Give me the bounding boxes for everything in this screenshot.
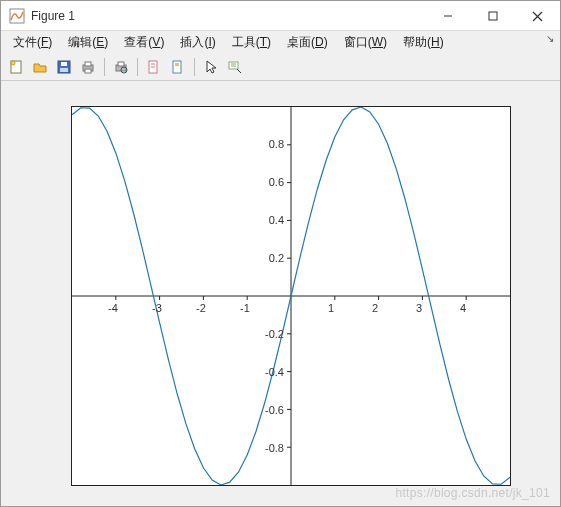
x-tick-label: -1	[240, 302, 250, 314]
menu-f[interactable]: 文件(F)	[5, 32, 60, 53]
toolbar-separator	[104, 58, 105, 76]
svg-rect-9	[60, 68, 68, 72]
y-tick-label: 0.6	[269, 176, 284, 188]
toolbar-separator	[137, 58, 138, 76]
window-controls	[425, 1, 560, 30]
titlebar: Figure 1	[1, 1, 560, 31]
x-tick-label: 4	[460, 302, 466, 314]
brush-icon[interactable]	[167, 56, 189, 78]
y-tick-label: 0.8	[269, 138, 284, 150]
open-icon[interactable]	[29, 56, 51, 78]
x-tick-label: 2	[372, 302, 378, 314]
menubar: 文件(F)编辑(E)查看(V)插入(I)工具(T)桌面(D)窗口(W)帮助(H)…	[1, 31, 560, 53]
svg-rect-14	[118, 62, 124, 66]
y-tick-label: -0.8	[265, 442, 284, 454]
menu-w[interactable]: 窗口(W)	[336, 32, 395, 53]
print-icon[interactable]	[77, 56, 99, 78]
matlab-figure-icon	[9, 8, 25, 24]
window-title: Figure 1	[31, 9, 425, 23]
pointer-icon[interactable]	[200, 56, 222, 78]
toolbar	[1, 53, 560, 81]
axes-box[interactable]: -4-3-2-11234-0.8-0.6-0.4-0.20.20.40.60.8	[71, 106, 511, 486]
y-tick-label: -0.4	[265, 366, 284, 378]
menu-d[interactable]: 桌面(D)	[279, 32, 336, 53]
x-tick-label: 3	[416, 302, 422, 314]
menu-i[interactable]: 插入(I)	[172, 32, 223, 53]
minimize-button[interactable]	[425, 1, 470, 31]
svg-point-6	[11, 61, 15, 65]
toolbar-separator	[194, 58, 195, 76]
svg-rect-20	[175, 63, 179, 66]
menu-t[interactable]: 工具(T)	[224, 32, 279, 53]
new-figure-icon[interactable]	[5, 56, 27, 78]
menu-e[interactable]: 编辑(E)	[60, 32, 116, 53]
plot-area: -4-3-2-11234-0.8-0.6-0.4-0.20.20.40.60.8…	[1, 81, 560, 506]
y-tick-label: 0.2	[269, 252, 284, 264]
x-tick-label: 1	[328, 302, 334, 314]
svg-rect-2	[489, 12, 497, 20]
line-plot	[72, 107, 510, 485]
maximize-button[interactable]	[470, 1, 515, 31]
x-tick-label: -4	[108, 302, 118, 314]
svg-rect-19	[173, 61, 181, 73]
svg-rect-12	[85, 69, 91, 73]
y-tick-label: -0.6	[265, 404, 284, 416]
close-button[interactable]	[515, 1, 560, 31]
link-icon[interactable]	[143, 56, 165, 78]
save-icon[interactable]	[53, 56, 75, 78]
menu-v[interactable]: 查看(V)	[116, 32, 172, 53]
watermark-text: https://blog.csdn.net/jk_101	[396, 486, 551, 500]
print-preview-icon[interactable]	[110, 56, 132, 78]
y-tick-label: 0.4	[269, 214, 284, 226]
y-tick-label: -0.2	[265, 328, 284, 340]
data-cursor-icon[interactable]	[224, 56, 246, 78]
x-tick-label: -3	[152, 302, 162, 314]
menu-h[interactable]: 帮助(H)	[395, 32, 452, 53]
svg-rect-8	[61, 62, 67, 66]
figure-window: Figure 1 文件(F)编辑(E)查看(V)插入(I)工具(T)桌面(D)窗…	[0, 0, 561, 507]
svg-rect-11	[85, 62, 91, 66]
menubar-overflow-icon[interactable]: ↘	[546, 33, 554, 44]
x-tick-label: -2	[196, 302, 206, 314]
